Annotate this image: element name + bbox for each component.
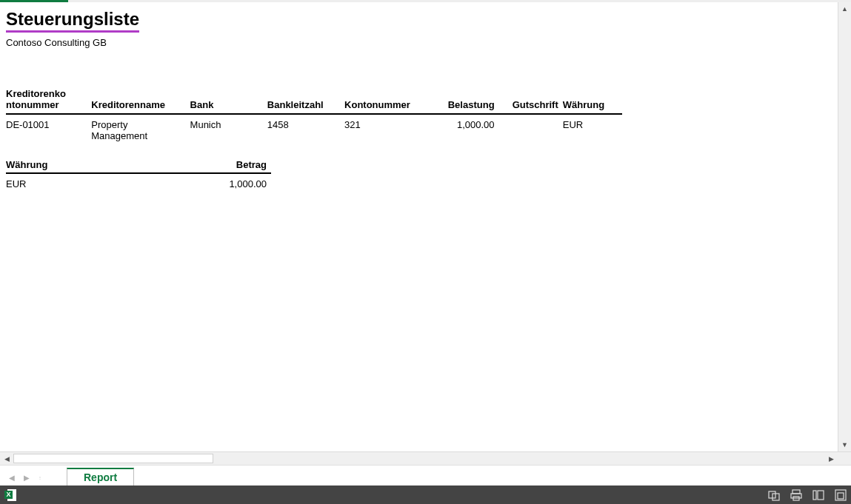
main-table: Kreditorenko ntonummer Kreditorenname Ba… <box>6 89 622 143</box>
status-bar <box>0 485 851 504</box>
tab-prev-icon[interactable]: ◀ <box>4 469 19 485</box>
summary-table: Währung Betrag EUR 1,000.00 <box>6 159 271 191</box>
horizontal-scrollbar[interactable]: ◀ ▶ <box>0 451 851 465</box>
svg-rect-2 <box>792 490 800 494</box>
viewport: Steuerungsliste Contoso Consulting GB Kr… <box>0 2 851 451</box>
summary-row: EUR 1,000.00 <box>6 173 271 191</box>
cell-summary-betrag: 1,000.00 <box>154 173 271 191</box>
page-title: Steuerungsliste <box>6 10 139 33</box>
th-bankleitzahl: Bankleitzahl <box>267 89 344 114</box>
cell-kontonummer: 321 <box>344 114 421 143</box>
table-row: DE-01001 Property Management Munich 1458… <box>6 114 622 143</box>
excel-icon <box>4 489 18 501</box>
hscroll-track[interactable] <box>13 452 824 465</box>
th-summary-waehrung: Währung <box>6 159 154 173</box>
fullscreen-icon[interactable] <box>835 489 847 501</box>
cell-waehrung: EUR <box>563 114 622 143</box>
svg-rect-5 <box>813 491 816 500</box>
th-waehrung: Währung <box>563 89 622 114</box>
svg-rect-6 <box>818 491 824 500</box>
cell-bankleitzahl: 1458 <box>267 114 344 143</box>
th-kontonummer: Kontonummer <box>344 89 421 114</box>
cell-kreditorenkontonummer: DE-01001 <box>6 114 91 143</box>
table-header-row: Kreditorenko ntonummer Kreditorenname Ba… <box>6 89 622 114</box>
sheet-tabs: ◀ ▶ ⋮ Report <box>0 465 851 485</box>
th-kreditorenkontonummer: Kreditorenko ntonummer <box>6 89 91 114</box>
scroll-down-icon[interactable]: ▼ <box>838 438 852 451</box>
hscroll-thumb[interactable] <box>13 454 213 463</box>
shortcuts-icon[interactable] <box>768 489 780 501</box>
svg-rect-3 <box>791 494 801 498</box>
report-content: Steuerungsliste Contoso Consulting GB Kr… <box>0 2 838 451</box>
cell-bank: Munich <box>190 114 267 143</box>
vertical-scrollbar[interactable]: ▲ ▼ <box>838 2 851 451</box>
th-bank: Bank <box>190 89 267 114</box>
company-subtitle: Contoso Consulting GB <box>6 37 832 48</box>
summary-header-row: Währung Betrag <box>6 159 271 173</box>
cell-summary-waehrung: EUR <box>6 173 154 191</box>
page-layout-icon[interactable] <box>812 489 824 501</box>
cell-belastung: 1,000.00 <box>421 114 498 143</box>
scroll-corner <box>838 452 851 465</box>
tab-report[interactable]: Report <box>67 468 134 485</box>
print-icon[interactable] <box>790 489 802 501</box>
scroll-up-icon[interactable]: ▲ <box>838 2 852 16</box>
svg-rect-8 <box>838 493 844 499</box>
th-belastung: Belastung <box>421 89 498 114</box>
scroll-left-icon[interactable]: ◀ <box>0 452 13 466</box>
app: Steuerungsliste Contoso Consulting GB Kr… <box>0 0 851 504</box>
scroll-right-icon[interactable]: ▶ <box>824 452 838 466</box>
cell-gutschrift <box>499 114 563 143</box>
tab-next-icon[interactable]: ▶ <box>19 469 34 485</box>
th-kreditorenname: Kreditorenname <box>91 89 190 114</box>
th-summary-betrag: Betrag <box>154 159 271 173</box>
tab-more-icon[interactable]: ⋮ <box>34 469 47 485</box>
cell-kreditorenname: Property Management <box>91 114 190 143</box>
th-gutschrift: Gutschrift <box>499 89 563 114</box>
